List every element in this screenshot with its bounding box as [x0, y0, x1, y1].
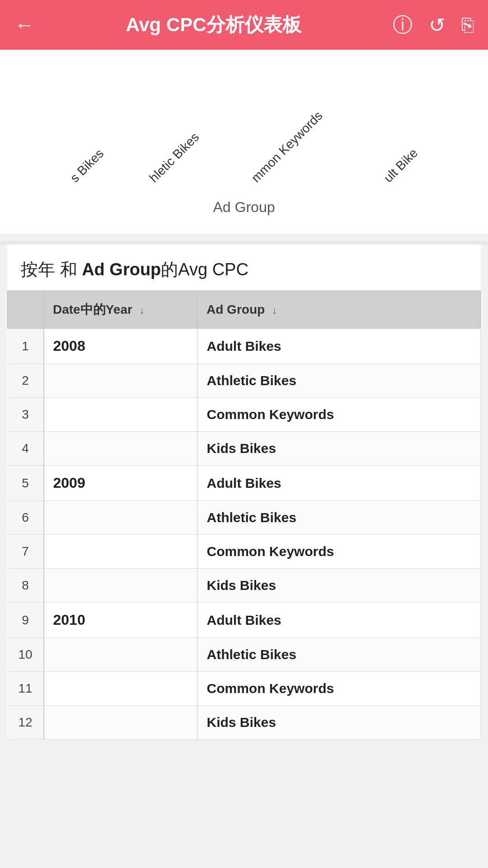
adgroup-cell: Adult Bikes	[197, 329, 481, 364]
table-title-suffix: 的Avg CPC	[161, 260, 249, 279]
table-row: 3Common Keywords	[8, 398, 481, 432]
page-title: Avg CPC分析仪表板	[34, 12, 393, 38]
row-number: 8	[8, 569, 44, 603]
adgroup-cell: Common Keywords	[197, 672, 481, 706]
table-row: 12008Adult Bikes	[8, 329, 481, 364]
table-body: 12008Adult Bikes2Athletic Bikes3Common K…	[8, 329, 481, 740]
chart-label-4: ult Bike	[381, 146, 421, 185]
table-title-bold: Ad Group	[82, 260, 161, 279]
chart-label-1: s Bikes	[68, 146, 107, 185]
col-header-year[interactable]: Date中的Year ↓	[44, 291, 197, 329]
table-title-prefix: 按年 和	[21, 260, 82, 279]
chart-label-2: hletic Bikes	[146, 130, 202, 185]
adgroup-cell: Common Keywords	[197, 398, 481, 432]
info-icon[interactable]: ⓘ	[393, 12, 413, 38]
year-cell	[44, 432, 197, 466]
year-cell	[44, 638, 197, 672]
table-header-row: Date中的Year ↓ Ad Group ↓	[8, 291, 481, 329]
table-row: 11Common Keywords	[8, 672, 481, 706]
adgroup-cell: Common Keywords	[197, 535, 481, 569]
data-table: Date中的Year ↓ Ad Group ↓ 12008Adult Bikes…	[7, 291, 481, 740]
year-cell	[44, 569, 197, 603]
year-cell	[44, 364, 197, 398]
row-number: 3	[8, 398, 44, 432]
adgroup-cell: Adult Bikes	[197, 603, 481, 638]
header-actions: ⓘ ↺ ⎘	[393, 12, 474, 38]
year-cell	[44, 535, 197, 569]
chart-rotated-labels: s Bikes hletic Bikes mmon Keywords ult B…	[9, 59, 479, 194]
year-sort-arrow[interactable]: ↓	[140, 305, 145, 316]
row-number: 6	[8, 501, 44, 535]
adgroup-cell: Adult Bikes	[197, 466, 481, 501]
adgroup-cell: Kids Bikes	[197, 706, 481, 740]
col-header-adgroup[interactable]: Ad Group ↓	[197, 291, 481, 329]
row-number: 10	[8, 638, 44, 672]
row-number: 2	[8, 364, 44, 398]
row-number: 11	[8, 672, 44, 706]
year-cell	[44, 501, 197, 535]
row-number: 9	[8, 603, 44, 638]
year-cell	[44, 398, 197, 432]
adgroup-cell: Athletic Bikes	[197, 638, 481, 672]
chart-x-axis-label: Ad Group	[9, 199, 479, 220]
chart-section: s Bikes hletic Bikes mmon Keywords ult B…	[0, 50, 488, 234]
table-title: 按年 和 Ad Group的Avg CPC	[7, 245, 481, 291]
share-icon[interactable]: ⎘	[462, 14, 474, 36]
adgroup-cell: Athletic Bikes	[197, 501, 481, 535]
table-row: 4Kids Bikes	[8, 432, 481, 466]
table-row: 12Kids Bikes	[8, 706, 481, 740]
adgroup-sort-arrow[interactable]: ↓	[272, 305, 277, 316]
table-row: 8Kids Bikes	[8, 569, 481, 603]
year-cell: 2008	[44, 329, 197, 364]
adgroup-cell: Kids Bikes	[197, 432, 481, 466]
table-row: 6Athletic Bikes	[8, 501, 481, 535]
section-divider	[0, 241, 488, 245]
table-row: 7Common Keywords	[8, 535, 481, 569]
table-row: 2Athletic Bikes	[8, 364, 481, 398]
year-cell	[44, 672, 197, 706]
adgroup-cell: Athletic Bikes	[197, 364, 481, 398]
chart-label-3: mmon Keywords	[249, 108, 325, 185]
year-cell: 2010	[44, 603, 197, 638]
table-row: 52009Adult Bikes	[8, 466, 481, 501]
row-number: 5	[8, 466, 44, 501]
year-cell: 2009	[44, 466, 197, 501]
table-section: 按年 和 Ad Group的Avg CPC Date中的Year ↓ Ad Gr…	[7, 245, 481, 740]
row-number: 7	[8, 535, 44, 569]
adgroup-cell: Kids Bikes	[197, 569, 481, 603]
col-header-num	[8, 291, 44, 329]
header: ← Avg CPC分析仪表板 ⓘ ↺ ⎘	[0, 0, 488, 50]
refresh-icon[interactable]: ↺	[429, 14, 446, 37]
back-button[interactable]: ←	[14, 14, 34, 36]
year-col-label: Date中的Year	[53, 302, 132, 316]
table-row: 92010Adult Bikes	[8, 603, 481, 638]
row-number: 1	[8, 329, 44, 364]
row-number: 12	[8, 706, 44, 740]
row-number: 4	[8, 432, 44, 466]
adgroup-col-label: Ad Group	[206, 302, 265, 316]
year-cell	[44, 706, 197, 740]
table-row: 10Athletic Bikes	[8, 638, 481, 672]
